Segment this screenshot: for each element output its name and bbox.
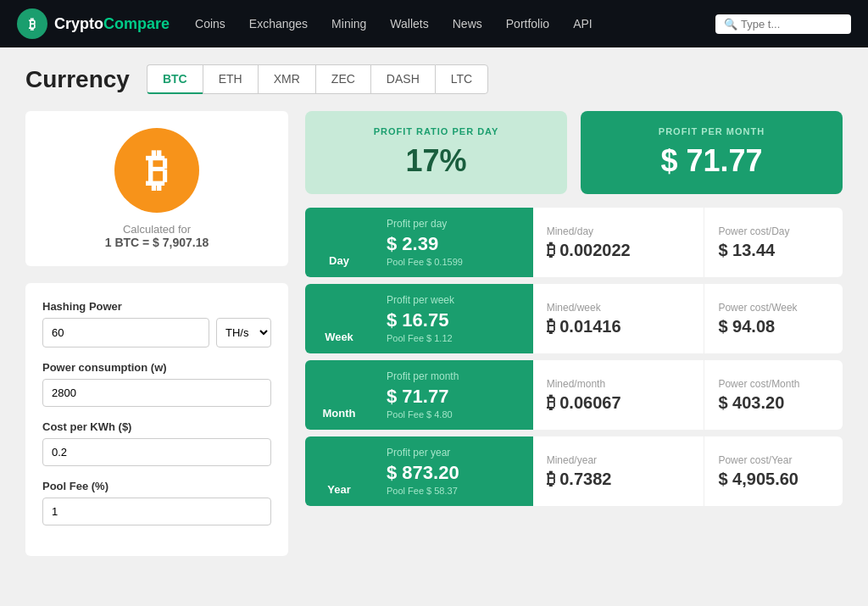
logo-text-crypto: Crypto [54,15,103,33]
page-content: Currency BTC ETH XMR ZEC DASH LTC ₿ Calc… [0,47,868,573]
pool-fee-label: Pool Fee (%) [42,480,271,492]
nav-coins[interactable]: Coins [195,17,225,31]
power-label: Power cost/Week [718,302,829,314]
tab-xmr[interactable]: XMR [258,64,315,94]
row-power-cell: Power cost/Month $ 403.20 [704,360,843,430]
power-consumption-label: Power consumption (w) [42,361,271,374]
table-row: Year Profit per year $ 873.20 Pool Fee $… [305,436,843,506]
table-row: Month Profit per month $ 71.77 Pool Fee … [305,360,843,430]
row-label-cell: Day [305,208,373,277]
row-period-label: Week [325,331,353,343]
row-period-label: Day [329,254,349,267]
calculator-form: Hashing Power TH/s GH/s MH/s Power consu… [25,283,288,556]
nav-mining[interactable]: Mining [331,17,366,31]
logo-icon: ₿ [17,8,47,39]
nav-exchanges[interactable]: Exchanges [249,17,308,31]
nav-portfolio[interactable]: Portfolio [506,17,549,31]
stat-month-label: PROFIT PER MONTH [599,126,824,136]
calculated-for-label: Calculated for [42,223,271,236]
profit-value: $ 873.20 [387,462,520,484]
mined-label: Mined/day [547,225,691,237]
row-label-cell: Week [305,284,373,353]
tab-zec[interactable]: ZEC [315,64,370,94]
coin-symbol: ₿ [146,145,168,196]
row-profit-cell: Profit per month $ 71.77 Pool Fee $ 4.80 [373,360,533,430]
table-row: Day Profit per day $ 2.39 Pool Fee $ 0.1… [305,208,843,277]
data-rows-container: Day Profit per day $ 2.39 Pool Fee $ 0.1… [305,208,843,506]
cost-per-kwh-group: Cost per KWh ($) [42,420,271,466]
stat-card-month: PROFIT PER MONTH $ 71.77 [581,111,843,194]
power-value: $ 4,905.60 [718,470,829,489]
row-mined-cell: Mined/month ₿ 0.06067 [533,360,705,430]
cost-per-kwh-input[interactable] [42,438,271,466]
main-nav: Coins Exchanges Mining Wallets News Port… [195,17,715,31]
row-power-cell: Power cost/Week $ 94.08 [704,284,843,353]
row-period-label: Month [323,407,356,420]
logo-text-compare: Compare [103,15,170,33]
power-value: $ 403.20 [718,393,829,413]
coin-logo: ₿ [114,128,199,213]
pool-fee-value: Pool Fee $ 58.37 [387,486,520,496]
row-profit-cell: Profit per week $ 16.75 Pool Fee $ 1.12 [373,284,533,353]
table-row: Week Profit per week $ 16.75 Pool Fee $ … [305,284,843,353]
cost-per-kwh-label: Cost per KWh ($) [42,420,271,433]
nav-news[interactable]: News [453,17,482,31]
row-mined-cell: Mined/year ₿ 0.7382 [533,436,705,506]
hashing-power-input[interactable] [42,318,209,347]
mined-label: Mined/year [547,454,691,466]
profit-value: $ 16.75 [387,309,520,331]
svg-text:₿: ₿ [29,17,36,31]
mined-value: ₿ 0.7382 [547,470,691,489]
search-input[interactable] [741,18,851,31]
row-mined-cell: Mined/week ₿ 0.01416 [533,284,705,353]
power-label: Power cost/Year [718,454,829,466]
row-profit-cell: Profit per day $ 2.39 Pool Fee $ 0.1599 [373,208,533,277]
stat-card-ratio: PROFIT RATIO PER DAY 17% [305,111,567,194]
profit-title: Profit per month [387,370,520,382]
nav-wallets[interactable]: Wallets [390,17,428,31]
pool-fee-value: Pool Fee $ 4.80 [387,409,520,420]
power-consumption-group: Power consumption (w) [42,361,271,407]
power-value: $ 94.08 [718,317,829,336]
main-layout: ₿ Calculated for 1 BTC = $ 7,907.18 Hash… [25,111,843,556]
row-profit-cell: Profit per year $ 873.20 Pool Fee $ 58.3… [373,436,533,506]
nav-api[interactable]: API [573,17,593,31]
power-label: Power cost/Month [718,378,829,390]
profit-value: $ 71.77 [387,386,520,408]
mined-value: ₿ 0.06067 [547,393,691,413]
row-power-cell: Power cost/Day $ 13.44 [704,208,843,277]
tab-btc[interactable]: BTC [147,64,203,94]
profit-value: $ 2.39 [387,233,520,255]
power-value: $ 13.44 [718,241,829,260]
stat-ratio-label: PROFIT RATIO PER DAY [324,126,548,136]
row-label-cell: Month [305,360,373,430]
mined-value: ₿ 0.01416 [547,317,691,336]
stat-ratio-value: 17% [324,143,548,179]
row-power-cell: Power cost/Year $ 4,905.60 [704,436,843,506]
power-label: Power cost/Day [718,225,829,237]
stat-month-value: $ 71.77 [599,143,824,179]
search-box[interactable]: 🔍 [715,14,851,34]
row-mined-cell: Mined/day ₿ 0.002022 [533,208,705,277]
currency-tabs: BTC ETH XMR ZEC DASH LTC [147,64,488,94]
row-period-label: Year [327,483,350,496]
hashing-power-unit-select[interactable]: TH/s GH/s MH/s [216,318,271,347]
stat-cards: PROFIT RATIO PER DAY 17% PROFIT PER MONT… [305,111,843,194]
pool-fee-input[interactable] [42,498,271,525]
mined-label: Mined/week [547,302,691,314]
calculated-for-value: 1 BTC = $ 7,907.18 [42,236,271,249]
pool-fee-value: Pool Fee $ 1.12 [387,333,520,343]
page-title: Currency [25,66,130,93]
tab-eth[interactable]: ETH [203,64,258,94]
profit-title: Profit per day [387,218,520,230]
tab-ltc[interactable]: LTC [435,64,488,94]
tab-dash[interactable]: DASH [370,64,435,94]
power-consumption-input[interactable] [42,379,271,407]
currency-header: Currency BTC ETH XMR ZEC DASH LTC [25,64,843,94]
logo[interactable]: ₿ Crypto Compare [17,8,170,39]
row-label-cell: Year [305,436,373,506]
search-icon: 🔍 [724,18,737,31]
coin-card: ₿ Calculated for 1 BTC = $ 7,907.18 [25,111,288,266]
hashing-power-group: Hashing Power TH/s GH/s MH/s [42,300,271,347]
left-panel: ₿ Calculated for 1 BTC = $ 7,907.18 Hash… [25,111,288,556]
